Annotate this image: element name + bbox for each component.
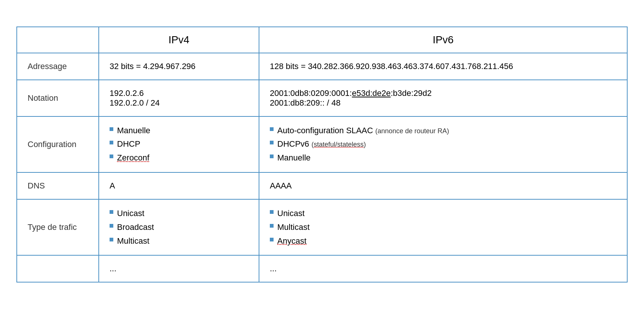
header-label-cell (17, 27, 99, 53)
list-item: Anycast (270, 235, 616, 247)
notation-ipv6-prefix: 2001:0db8:0209:0001: (270, 88, 352, 98)
adressage-ipv6: 128 bits = 340.282.366.920.938.463.463.3… (259, 53, 627, 80)
adressage-ipv4: 32 bits = 4.294.967.296 (99, 53, 259, 80)
table-row-notation: Notation 192.0.2.6 192.0.2.0 / 24 2001:0… (17, 80, 627, 116)
config-ipv6-item-2: DHCPv6 (stateful/stateless) (277, 138, 366, 150)
configuration-ipv6-list: Auto-configuration SLAAC (annonce de rou… (270, 125, 616, 164)
trafic-ipv4-item-3: Multicast (117, 235, 149, 247)
list-item: DHCPv6 (stateful/stateless) (270, 138, 616, 150)
notation-ipv6: 2001:0db8:0209:0001:e53d:de2e:b3de:29d2 … (259, 80, 627, 116)
bullet-icon (110, 210, 113, 214)
list-item: Multicast (270, 222, 616, 233)
list-item: Zeroconf (110, 152, 248, 164)
configuration-ipv4-list: Manuelle DHCP Zeroconf (110, 125, 248, 164)
trafic-ipv6-item-2: Multicast (277, 222, 310, 233)
trafic-ipv4-item-1: Unicast (117, 208, 144, 219)
comparison-table-wrapper: IPv4 IPv6 Adressage 32 bits = 4.294.967.… (16, 26, 628, 283)
trafic-ipv6-item-1: Unicast (277, 208, 304, 219)
dns-ipv4: A (99, 172, 259, 199)
list-item: Manuelle (270, 152, 616, 164)
dns-label: DNS (17, 172, 99, 199)
notation-ipv4: 192.0.2.6 192.0.2.0 / 24 (99, 80, 259, 116)
table-row-type-de-trafic: Type de trafic Unicast Broadcast (17, 199, 627, 255)
type-de-trafic-ipv4: Unicast Broadcast Multicast (99, 199, 259, 255)
header-ipv6-label: IPv6 (433, 34, 454, 46)
table-row-adressage: Adressage 32 bits = 4.294.967.296 128 bi… (17, 53, 627, 80)
config-ipv6-item-3: Manuelle (277, 152, 310, 164)
notation-ipv6-underline: e53d:de2e (352, 88, 391, 98)
config-ipv4-item-3: Zeroconf (117, 152, 149, 164)
last-ipv6: ... (259, 255, 627, 282)
header-ipv6-cell: IPv6 (259, 27, 627, 53)
config-ipv6-item-1: Auto-configuration SLAAC (annonce de rou… (277, 125, 449, 137)
bullet-icon (270, 154, 274, 158)
bullet-icon (110, 154, 113, 158)
dns-ipv6: AAAA (259, 172, 627, 199)
bullet-icon (110, 238, 113, 241)
type-de-trafic-ipv6: Unicast Multicast Anycast (259, 199, 627, 255)
list-item: Unicast (270, 208, 616, 219)
table-row-dns: DNS A AAAA (17, 172, 627, 199)
bullet-icon (270, 141, 274, 144)
list-item: Multicast (110, 235, 248, 247)
bullet-icon (270, 210, 274, 214)
type-de-trafic-ipv6-list: Unicast Multicast Anycast (270, 208, 616, 247)
notation-ipv4-line2: 192.0.2.0 / 24 (110, 98, 248, 108)
last-label (17, 255, 99, 282)
trafic-ipv4-item-2: Broadcast (117, 222, 154, 233)
ipv4-ipv6-comparison-table: IPv4 IPv6 Adressage 32 bits = 4.294.967.… (16, 26, 628, 283)
notation-ipv4-line1: 192.0.2.6 (110, 88, 248, 98)
table-row-configuration: Configuration Manuelle DHCP (17, 116, 627, 172)
adressage-label: Adressage (17, 53, 99, 80)
notation-ipv6-suffix: :b3de:29d2 (391, 88, 432, 98)
bullet-icon (110, 224, 113, 228)
notation-ipv6-line1: 2001:0db8:0209:0001:e53d:de2e:b3de:29d2 (270, 88, 616, 98)
bullet-icon (270, 238, 274, 241)
bullet-icon (270, 224, 274, 228)
bullet-icon (270, 127, 274, 131)
notation-ipv6-line2: 2001:db8:209:: / 48 (270, 98, 616, 108)
notation-label: Notation (17, 80, 99, 116)
last-ipv4: ... (99, 255, 259, 282)
list-item: DHCP (110, 138, 248, 150)
header-ipv4-cell: IPv4 (99, 27, 259, 53)
header-ipv4-label: IPv4 (168, 34, 189, 46)
configuration-label: Configuration (17, 116, 99, 172)
config-ipv4-item-1: Manuelle (117, 125, 150, 137)
config-ipv4-item-2: DHCP (117, 138, 140, 150)
trafic-ipv6-item-3: Anycast (277, 235, 306, 247)
table-row-last: ... ... (17, 255, 627, 282)
type-de-trafic-ipv4-list: Unicast Broadcast Multicast (110, 208, 248, 247)
list-item: Unicast (110, 208, 248, 219)
list-item: Broadcast (110, 222, 248, 233)
list-item: Manuelle (110, 125, 248, 137)
configuration-ipv6: Auto-configuration SLAAC (annonce de rou… (259, 116, 627, 172)
type-de-trafic-label: Type de trafic (17, 199, 99, 255)
table-header-row: IPv4 IPv6 (17, 27, 627, 53)
bullet-icon (110, 141, 113, 144)
configuration-ipv4: Manuelle DHCP Zeroconf (99, 116, 259, 172)
bullet-icon (110, 127, 113, 131)
list-item: Auto-configuration SLAAC (annonce de rou… (270, 125, 616, 137)
